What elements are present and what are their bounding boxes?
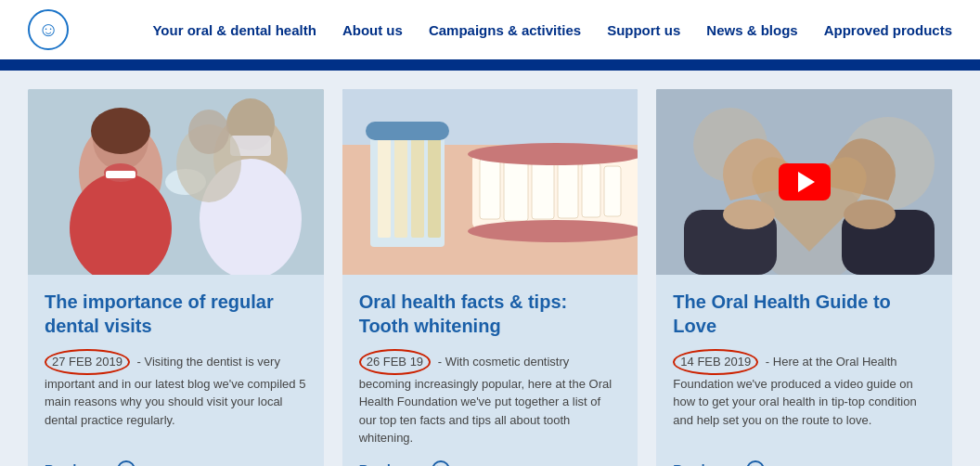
read-more-label-1: Read more: [45, 462, 111, 467]
read-more-icon-1: ▶: [117, 460, 135, 467]
header-accent-bar: [0, 63, 980, 71]
card-image-heart: [656, 89, 952, 275]
youtube-play-button[interactable]: [779, 163, 831, 201]
read-more-whitening[interactable]: Read more ▶: [359, 460, 622, 467]
card-image-dentist: [28, 89, 324, 275]
read-more-label-3: Read more: [673, 462, 740, 467]
logo-icon[interactable]: ☺: [28, 9, 69, 50]
svg-point-13: [188, 110, 229, 154]
card-love-guide: The Oral Health Guide to Love 14 FEB 201…: [656, 89, 952, 466]
card-title-dental-visits: The importance of regular dental visits: [45, 290, 307, 338]
read-more-icon-3: ▶: [746, 460, 765, 467]
card-tooth-whitening: Oral health facts & tips: Tooth whitenin…: [342, 89, 638, 466]
card-content-love-guide: 14 FEB 2019 - Here at the Oral Health Fo…: [673, 349, 935, 447]
card-title-love-guide: The Oral Health Guide to Love: [673, 290, 935, 338]
svg-rect-5: [106, 171, 135, 178]
svg-rect-31: [366, 122, 449, 140]
card-body-whitening: Oral health facts & tips: Tooth whitenin…: [342, 275, 638, 466]
svg-point-30: [468, 220, 638, 242]
svg-point-39: [844, 200, 896, 229]
card-dental-visits: The importance of regular dental visits …: [28, 89, 324, 466]
read-more-icon-2: ▶: [432, 460, 450, 467]
svg-point-11: [91, 108, 150, 154]
card-body-dental-visits: The importance of regular dental visits …: [28, 275, 324, 466]
date-circle-3: 14 FEB 2019: [673, 349, 758, 375]
svg-rect-24: [504, 156, 528, 221]
card-image-teeth: [342, 89, 638, 275]
svg-rect-28: [604, 166, 621, 216]
svg-rect-23: [480, 159, 500, 219]
svg-rect-25: [532, 159, 554, 219]
date-circle-2: 26 FEB 19: [359, 349, 431, 375]
read-more-label-2: Read more: [359, 462, 426, 467]
card-body-love-guide: The Oral Health Guide to Love 14 FEB 201…: [656, 275, 952, 466]
nav-support-us[interactable]: Support us: [607, 22, 680, 38]
svg-rect-18: [378, 136, 391, 238]
svg-point-29: [468, 143, 638, 165]
svg-rect-21: [428, 136, 441, 238]
nav-about-us[interactable]: About us: [342, 22, 403, 38]
svg-rect-27: [582, 163, 600, 217]
site-header: ☺ Your oral & dental health About us Cam…: [0, 0, 980, 63]
nav-oral-dental-health[interactable]: Your oral & dental health: [152, 22, 316, 38]
read-more-dental-visits[interactable]: Read more ▶: [45, 460, 307, 467]
nav-approved-products[interactable]: Approved products: [824, 22, 952, 38]
cards-section: The importance of regular dental visits …: [0, 71, 980, 466]
date-circle-1: 27 FEB 2019: [45, 349, 130, 375]
svg-rect-20: [411, 136, 424, 238]
nav-campaigns[interactable]: Campaigns & activities: [429, 22, 581, 38]
card-content-whitening: 26 FEB 19 - With cosmetic dentistry beco…: [359, 349, 622, 447]
nav-news-blogs[interactable]: News & blogs: [706, 22, 797, 38]
read-more-love-guide[interactable]: Read more ▶: [673, 460, 935, 467]
main-nav: Your oral & dental health About us Campa…: [152, 22, 952, 38]
svg-rect-26: [558, 161, 578, 218]
svg-point-38: [723, 200, 775, 229]
card-content-dental-visits: 27 FEB 2019 - Visiting the dentist is ve…: [45, 349, 307, 447]
svg-rect-19: [394, 136, 407, 238]
card-title-whitening: Oral health facts & tips: Tooth whitenin…: [359, 290, 622, 338]
logo-area: ☺: [28, 9, 69, 50]
